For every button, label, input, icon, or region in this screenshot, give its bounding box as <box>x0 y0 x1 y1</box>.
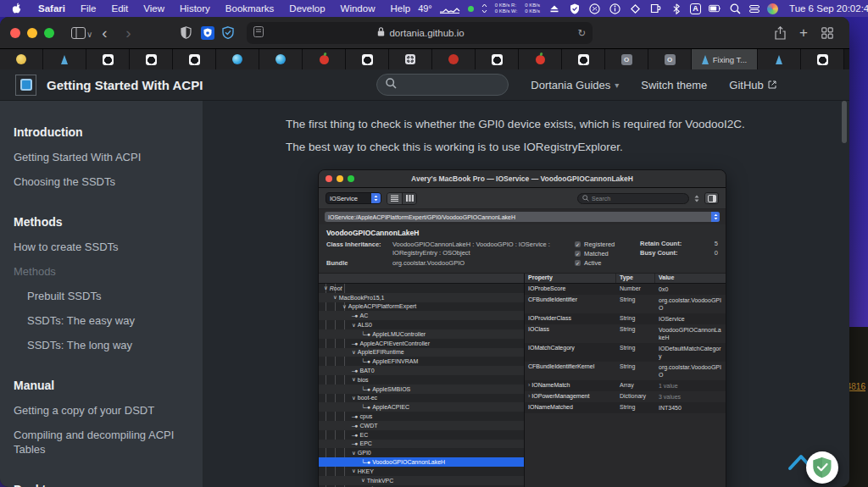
battery-icon[interactable] <box>709 3 721 15</box>
tab[interactable] <box>130 49 173 69</box>
sidebar-item[interactable]: Methods <box>14 259 186 284</box>
temperature-widget[interactable]: 49° <box>418 3 432 14</box>
sidebar-item[interactable]: Prebuilt SSDTs <box>14 284 186 308</box>
tree-row[interactable]: ─●CWDT <box>319 421 524 430</box>
inspector-panel-button[interactable] <box>704 192 719 204</box>
ioreg-search-field[interactable]: Search <box>577 193 689 204</box>
sidebar-item[interactable]: SSDTs: The easy way <box>14 308 186 333</box>
tree-row[interactable]: ─●AC <box>319 311 524 320</box>
sidebar-toggle-icon[interactable] <box>68 23 88 43</box>
colored-app-icon[interactable] <box>767 3 778 14</box>
eject-icon[interactable] <box>548 3 560 15</box>
control-center-icon[interactable] <box>749 4 760 14</box>
tree-row[interactable]: ∨MacBookPro15,1 <box>319 293 524 302</box>
share-icon[interactable] <box>770 23 790 43</box>
tab[interactable] <box>173 49 216 69</box>
adguard-assistant-icon[interactable] <box>806 451 838 484</box>
sidebar-item[interactable]: Choosing the SSDTs <box>14 169 186 194</box>
sidebar-item[interactable]: Getting Started With ACPI <box>14 145 186 169</box>
property-row[interactable]: CFBundleIdentifierKernelStringorg.coolst… <box>525 362 726 380</box>
tree-row[interactable]: ∨ThinkVPC <box>319 476 524 485</box>
tree-row[interactable]: └─●AppleEFINVRAM <box>319 357 524 366</box>
tree-row[interactable]: ─●EPC <box>319 440 524 449</box>
property-row[interactable]: ›IOPowerManagementDictionary3 values <box>525 391 726 402</box>
menu-item-view[interactable]: View <box>136 3 172 14</box>
diamond-icon[interactable] <box>629 3 642 15</box>
sidebar-item[interactable]: SSDTs: The long way <box>14 333 186 357</box>
tab-overview-icon[interactable] <box>817 23 837 43</box>
tab[interactable] <box>389 49 432 69</box>
plane-select[interactable]: IOService <box>326 192 381 204</box>
tab[interactable] <box>216 49 259 69</box>
tree-row[interactable]: ∨ALS0 <box>319 320 524 329</box>
network-readout[interactable]: 0 KB/s0 KB/s <box>525 3 540 14</box>
mug-icon[interactable] <box>649 3 662 15</box>
reload-icon[interactable]: ↻ <box>578 27 587 39</box>
tree-row[interactable]: ─●EC <box>319 430 524 440</box>
tree-row[interactable]: ∨AppleEFIRuntime <box>319 348 524 357</box>
property-row[interactable]: IOProbeScoreNumber0x0 <box>525 284 726 295</box>
chevron-down-icon[interactable]: ∨ <box>86 30 92 39</box>
tree-row[interactable]: ∨boot-ec <box>319 394 524 403</box>
menu-bar-clock[interactable]: Tue 6 Sep 20:02:45 <box>786 3 868 14</box>
stepper-icon[interactable] <box>694 195 699 202</box>
tree-row[interactable]: ∨GPI0 <box>319 448 524 457</box>
sidebar-item[interactable]: Getting a copy of your DSDT <box>14 398 186 423</box>
tree-row[interactable]: ∨AppleACPIPlatformExpert <box>319 302 524 312</box>
tree-row[interactable]: ─●AppleACPIEventController <box>319 339 524 348</box>
tab[interactable] <box>476 49 519 69</box>
tab[interactable] <box>605 49 648 69</box>
status-dot-icon[interactable] <box>468 6 474 12</box>
property-row[interactable]: IOClassStringVoodooGPIOCannonLakeH <box>525 324 726 343</box>
tab[interactable] <box>86 49 130 69</box>
input-source-icon[interactable]: A <box>690 3 701 14</box>
tree-row[interactable]: └─●AppleACPIEC <box>319 402 524 412</box>
tree-row[interactable]: └─●AppleLMUController <box>319 329 524 339</box>
tree-row[interactable]: ─●cpus <box>319 412 524 421</box>
tree-row[interactable]: ∨Root <box>319 284 524 293</box>
tab[interactable] <box>43 49 86 69</box>
tree-row[interactable]: └─●VoodooGPIOCannonLakeH <box>319 457 524 467</box>
site-logo-icon[interactable] <box>15 75 36 96</box>
property-row[interactable]: IOMatchCategoryStringIODefaultMatchCateg… <box>525 343 726 362</box>
address-bar[interactable]: dortania.github.io ↻ <box>247 22 593 44</box>
disk-io-readout[interactable]: 0 KB/s R:0 KB/s W: <box>495 3 518 14</box>
tree-row[interactable]: ∨bios <box>319 375 524 385</box>
spotlight-icon[interactable] <box>729 3 742 15</box>
nav-github[interactable]: GitHub <box>729 79 776 91</box>
privacy-shield-icon[interactable] <box>175 23 196 43</box>
tab[interactable] <box>801 49 844 69</box>
tab[interactable] <box>648 49 692 69</box>
adguard-extension-icon[interactable] <box>221 26 235 40</box>
tab[interactable] <box>303 49 346 69</box>
tab[interactable] <box>758 49 801 69</box>
menu-item-bookmarks[interactable]: Bookmarks <box>218 3 282 14</box>
tree-row[interactable]: ─●BAT0 <box>319 366 524 375</box>
minimize-button[interactable] <box>27 28 37 38</box>
property-row[interactable]: IONameMatchedStringINT3450 <box>525 402 726 413</box>
shield-check-icon[interactable] <box>568 3 581 15</box>
bitwarden-extension-icon[interactable] <box>201 26 214 40</box>
info-circle-icon[interactable] <box>609 3 621 15</box>
sidebar-item[interactable]: Compiling and decompiling ACPI Tables <box>14 423 186 462</box>
menu-item-window[interactable]: Window <box>333 3 383 14</box>
close-button[interactable] <box>10 28 20 38</box>
circle-keys-icon[interactable] <box>588 3 601 15</box>
sidebar-item[interactable]: How to create SSDTs <box>14 235 186 259</box>
apple-menu-icon[interactable] <box>7 3 31 14</box>
tab[interactable] <box>259 49 303 69</box>
column-view-button[interactable] <box>402 193 416 204</box>
tab[interactable] <box>346 49 389 69</box>
menu-item-history[interactable]: History <box>172 3 218 14</box>
zoom-button[interactable] <box>44 28 54 38</box>
tree-row[interactable]: └─●AppleSMBIOS <box>319 385 524 394</box>
nav-switch-theme[interactable]: Switch theme <box>641 79 707 91</box>
tab[interactable] <box>519 49 562 69</box>
tree-row[interactable]: ∨HKEY <box>319 467 524 476</box>
property-row[interactable]: IOProviderClassStringIOService <box>525 313 726 324</box>
menu-item-edit[interactable]: Edit <box>104 3 136 14</box>
forward-button[interactable]: › <box>118 23 138 43</box>
property-row[interactable]: ›IONameMatchArray1 value <box>525 380 726 391</box>
nav-dortania-guides[interactable]: Dortania Guides▾ <box>531 79 619 91</box>
menu-item-develop[interactable]: Develop <box>281 3 332 14</box>
